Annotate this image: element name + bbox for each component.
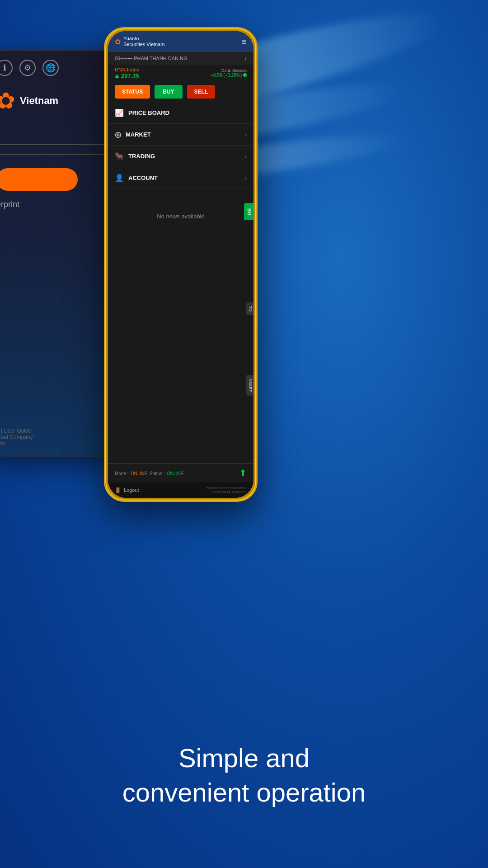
menu-list: 📈 PRICE BOARD ◎ MARKET › 🐂 [108, 102, 253, 463]
status-dot [243, 73, 247, 77]
trading-label: TRADING [128, 153, 155, 160]
sell-button[interactable]: SELL [187, 85, 216, 99]
account-icon: 👤 [115, 174, 124, 182]
menu-item-trading[interactable]: 🐂 TRADING › [108, 146, 253, 167]
triangle-up-icon [115, 74, 119, 78]
price-board-label: PRICE BOARD [128, 109, 169, 116]
footer-status: Mode : ONLINE Status : ONLINE ⬆ [108, 463, 253, 482]
trading-icon: 🐂 [115, 152, 124, 160]
cont-session-label: Cont. Session [211, 68, 247, 73]
index-value: 207.35 [115, 72, 139, 79]
index-info: HNX-Index 207.35 [115, 67, 139, 79]
phone-right-screen: ✿ Yuanto Securities Vietnam ≡ 06••••••• … [108, 31, 253, 498]
phone-left-bottom: e | User Guide nited Company ech [0, 419, 121, 456]
market-icon: ◎ [115, 130, 121, 139]
floating-top-button[interactable]: TO [246, 302, 253, 315]
index-change: +0.58 (+0.28%) [211, 73, 247, 78]
phones-container: ℹ ⚙ 🌐 ✿ Vietnam erprint e | User Guide n… [0, 27, 488, 524]
menu-item-market[interactable]: ◎ MARKET › [108, 124, 253, 146]
tagline-line2: convenient operation [122, 778, 366, 807]
phone-left-logo: ✿ Vietnam [0, 80, 121, 121]
market-arrow-icon: › [244, 131, 247, 138]
tagline-section: Simple and convenient operation [0, 741, 488, 809]
index-name: HNX-Index [115, 67, 139, 72]
app-logo-area: ✿ Yuanto Securities Vietnam [115, 36, 165, 47]
powered-text: Yuanto Vietnam services. Powered by Inno… [206, 486, 247, 494]
language-icon[interactable]: 🌐 [42, 60, 59, 76]
user-bar: 06••••••• PHAM THANH DAN NG › [108, 52, 253, 65]
form-line-2 [0, 154, 112, 155]
account-label: ACCOUNT [128, 175, 158, 181]
fingerprint-label: erprint [0, 200, 112, 209]
logout-label: Logout [124, 487, 139, 493]
menu-item-price-board[interactable]: 📈 PRICE BOARD [108, 102, 253, 124]
action-row: STATUS BUY SELL [108, 81, 253, 102]
mode-label: Mode : [115, 471, 129, 476]
phone-left-form: erprint [0, 121, 121, 419]
no-news-label: No news available [157, 213, 205, 220]
tagline-text: Simple and convenient operation [27, 741, 461, 809]
status-button[interactable]: STATUS [115, 85, 150, 99]
phone-left-top-icons: ℹ ⚙ 🌐 [0, 51, 121, 80]
app-header: ✿ Yuanto Securities Vietnam ≡ [108, 31, 253, 52]
info-icon[interactable]: ℹ [0, 60, 13, 76]
user-arrow-icon[interactable]: › [244, 55, 247, 62]
account-arrow-icon: › [244, 175, 247, 182]
price-board-icon: 📈 [115, 108, 124, 117]
app-flower-icon: ✿ [115, 38, 121, 46]
logout-button[interactable]: 🚪 Logout [115, 487, 139, 493]
tagline-line1: Simple and [178, 743, 310, 773]
mode-value: ONLINE [131, 471, 147, 476]
hamburger-menu[interactable]: ≡ [241, 37, 247, 47]
phone-left-screen: ℹ ⚙ 🌐 ✿ Vietnam erprint e | User Guide n… [0, 51, 121, 456]
index-change-area: Cont. Session +0.58 (+0.28%) [211, 68, 247, 78]
bottom-links: e | User Guide nited Company ech [0, 428, 112, 447]
floating-asset-button[interactable]: ASSET [246, 375, 253, 396]
mode-area: Mode : ONLINE Status : ONLINE [115, 469, 183, 477]
news-area: No news available [108, 189, 253, 243]
status-label: Status : [150, 471, 165, 476]
user-id: 06••••••• PHAM THANH DAN NG [115, 56, 188, 61]
phone-right-inner: ✿ Yuanto Securities Vietnam ≡ 06••••••• … [108, 31, 253, 498]
form-line-1 [0, 144, 112, 145]
trading-arrow-icon: › [244, 153, 247, 160]
index-bar: HNX-Index 207.35 Cont. Session +0.58 (+0… [108, 65, 253, 81]
cloud-icon[interactable]: ⬆ [239, 467, 247, 478]
login-button[interactable] [0, 168, 78, 191]
phone-right: ✿ Yuanto Securities Vietnam ≡ 06••••••• … [104, 27, 258, 502]
logout-icon: 🚪 [115, 487, 121, 493]
status-value: ONLINE [167, 471, 183, 476]
brand-name: Vietnam [20, 95, 58, 107]
buy-button[interactable]: BUY [155, 85, 182, 99]
market-label: MARKET [126, 131, 151, 138]
settings-icon[interactable]: ⚙ [19, 60, 36, 76]
floating-buy-button[interactable]: BU [244, 203, 253, 220]
app-logo-text: Yuanto Securities Vietnam [123, 36, 165, 47]
flower-logo-icon: ✿ [0, 90, 15, 112]
app-footer: 🚪 Logout Yuanto Vietnam services. Powere… [108, 482, 253, 498]
menu-item-account[interactable]: 👤 ACCOUNT › [108, 167, 253, 189]
